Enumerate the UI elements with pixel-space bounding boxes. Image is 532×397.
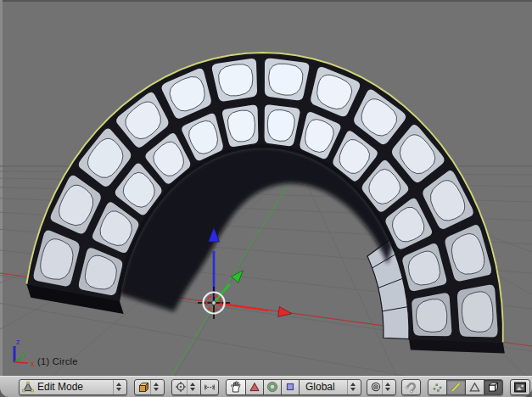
manipulator-scale-button[interactable] [281,379,300,395]
stepper-down-icon [385,388,390,391]
occlude-cube-icon [487,381,500,394]
select-face-button[interactable] [465,379,484,395]
green-torus-icon [266,381,278,393]
rotation-pivot-stepper[interactable] [382,380,393,394]
mini-axis-y-label: y [22,349,26,358]
mini-axis-z-label: z [16,338,20,346]
draw-type-dropdown[interactable] [134,379,165,395]
stepper-down-icon [350,388,356,391]
occlude-geometry-button[interactable] [484,379,503,395]
hand-icon [229,380,243,394]
snap-button[interactable] [401,379,421,395]
stepper-up-icon [190,383,195,386]
edge-slash-icon [450,381,462,394]
manipulator-size-button[interactable] [200,379,219,395]
face-triangle-icon [468,381,481,394]
orientation-dropdown[interactable]: Global [299,379,361,395]
manipulator-toggle-button[interactable] [226,379,246,395]
rotation-pivot-dropdown[interactable] [367,379,396,395]
pivot-stepper[interactable] [187,380,198,394]
stepper-up-icon [116,383,121,386]
viewport-header: Edit Mode [0,376,532,397]
viewport-scene [0,0,532,376]
magnet-icon [405,381,417,394]
3d-viewport[interactable]: z y x (1) Circle [0,0,532,376]
stepper-down-icon [154,388,159,391]
vertex-dots-icon [431,381,444,394]
render-preview-button[interactable] [510,379,530,395]
draw-type-stepper[interactable] [150,380,161,394]
orientation-dropdown-label: Global [302,381,340,394]
stepper-up-icon [350,383,356,386]
pivot-dropdown[interactable] [171,379,201,395]
blue-box-icon [284,381,296,393]
render-image-icon [513,381,527,394]
stepper-down-icon [190,388,195,391]
edit-mode-triangle-icon [22,381,34,393]
stepper-down-icon [116,388,121,391]
mode-dropdown-stepper[interactable] [113,380,124,394]
red-cone-icon [249,381,260,393]
stepper-up-icon [154,383,159,386]
dashed-arrows-icon [204,381,216,393]
select-vertex-button[interactable] [428,379,447,395]
stepper-up-icon [385,383,390,386]
orientation-stepper[interactable] [347,380,358,394]
solid-draw-type-cube-icon [137,381,150,394]
mode-dropdown-label: Edit Mode [34,381,88,394]
crosshair-icon [175,381,187,393]
manipulator-translate-button[interactable] [245,379,264,395]
manipulator-rotate-button[interactable] [263,379,282,395]
bullseye-icon [370,381,382,393]
mini-axis-x-label: x [31,360,35,368]
mini-axis-x-line [14,362,28,363]
select-edge-button[interactable] [446,379,466,395]
mode-dropdown[interactable]: Edit Mode [19,379,127,395]
active-object-label: (1) Circle [37,356,78,366]
